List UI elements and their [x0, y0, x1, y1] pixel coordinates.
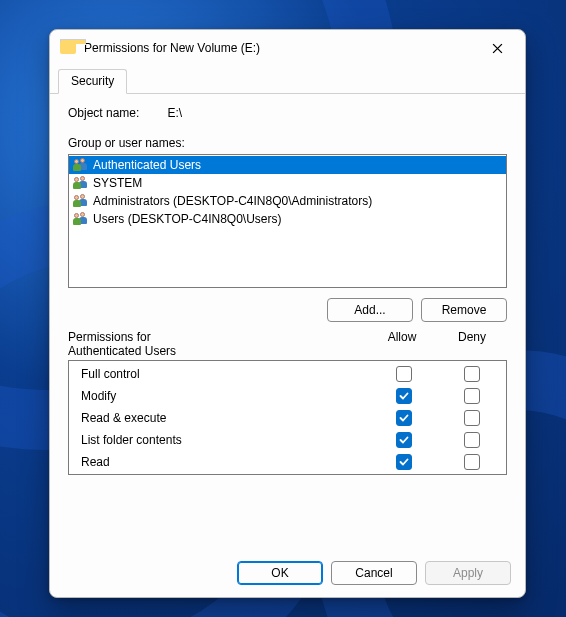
- permission-name: Read: [81, 455, 370, 469]
- add-button[interactable]: Add...: [327, 298, 413, 322]
- titlebar[interactable]: Permissions for New Volume (E:): [50, 30, 525, 66]
- apply-button[interactable]: Apply: [425, 561, 511, 585]
- ok-button[interactable]: OK: [237, 561, 323, 585]
- users-icon: [73, 176, 89, 190]
- permission-row: Read & execute: [69, 407, 506, 429]
- groups-label: Group or user names:: [68, 136, 507, 150]
- user-label: Authenticated Users: [93, 158, 201, 172]
- users-icon: [73, 194, 89, 208]
- folder-icon: [60, 42, 76, 54]
- permission-row: Write: [69, 473, 506, 474]
- user-label: Users (DESKTOP-C4IN8Q0\Users): [93, 212, 281, 226]
- window-title: Permissions for New Volume (E:): [84, 41, 479, 55]
- tab-content: Object name: E:\ Group or user names: Au…: [50, 94, 525, 549]
- permissions-list: Full control Modify Read & execute List …: [68, 360, 507, 475]
- deny-column-header: Deny: [437, 330, 507, 358]
- allow-checkbox[interactable]: [396, 410, 412, 426]
- remove-button[interactable]: Remove: [421, 298, 507, 322]
- permissions-dialog: Permissions for New Volume (E:) Security…: [49, 29, 526, 598]
- dialog-footer: OK Cancel Apply: [50, 549, 525, 597]
- permission-row: List folder contents: [69, 429, 506, 451]
- user-list-item[interactable]: Authenticated Users: [69, 156, 506, 174]
- deny-checkbox[interactable]: [464, 454, 480, 470]
- allow-checkbox[interactable]: [396, 388, 412, 404]
- permission-row: Modify: [69, 385, 506, 407]
- deny-checkbox[interactable]: [464, 432, 480, 448]
- user-label: SYSTEM: [93, 176, 142, 190]
- user-label: Administrators (DESKTOP-C4IN8Q0\Administ…: [93, 194, 372, 208]
- permission-name: Modify: [81, 389, 370, 403]
- user-list-item[interactable]: SYSTEM: [69, 174, 506, 192]
- object-name-value: E:\: [167, 106, 182, 120]
- users-icon: [73, 158, 89, 172]
- cancel-button[interactable]: Cancel: [331, 561, 417, 585]
- deny-checkbox[interactable]: [464, 410, 480, 426]
- user-list[interactable]: Authenticated UsersSYSTEMAdministrators …: [68, 154, 507, 288]
- user-list-item[interactable]: Administrators (DESKTOP-C4IN8Q0\Administ…: [69, 192, 506, 210]
- allow-column-header: Allow: [367, 330, 437, 358]
- permission-row: Full control: [69, 363, 506, 385]
- permission-name: List folder contents: [81, 433, 370, 447]
- permissions-for-label: Permissions for Authenticated Users: [68, 330, 218, 358]
- tab-strip: Security: [50, 68, 525, 94]
- permission-name: Read & execute: [81, 411, 370, 425]
- close-button[interactable]: [479, 34, 515, 62]
- allow-checkbox[interactable]: [396, 432, 412, 448]
- users-icon: [73, 212, 89, 226]
- tab-security[interactable]: Security: [58, 69, 127, 94]
- allow-checkbox[interactable]: [396, 454, 412, 470]
- permission-name: Full control: [81, 367, 370, 381]
- deny-checkbox[interactable]: [464, 366, 480, 382]
- permission-row: Read: [69, 451, 506, 473]
- permissions-scroll[interactable]: Full control Modify Read & execute List …: [69, 361, 506, 474]
- object-name-label: Object name:: [68, 106, 139, 120]
- user-list-item[interactable]: Users (DESKTOP-C4IN8Q0\Users): [69, 210, 506, 228]
- allow-checkbox[interactable]: [396, 366, 412, 382]
- close-icon: [492, 43, 503, 54]
- deny-checkbox[interactable]: [464, 388, 480, 404]
